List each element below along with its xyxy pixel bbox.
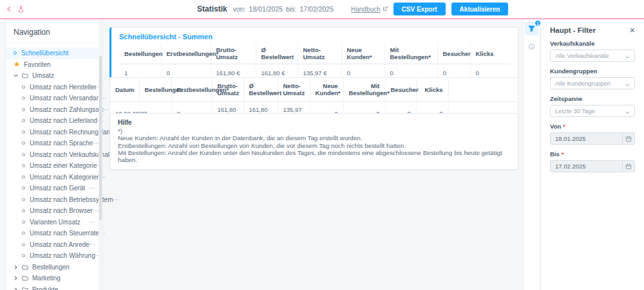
date-value: 17.02.2025 [551,163,586,170]
spacer-column [448,78,518,102]
filter-select-group: Kundengruppen Alle Kundengruppen [550,68,635,89]
summary-header-row: BestellungenErstbestellungen*Brutto-Umsa… [119,43,510,64]
sidebar-item-umsatz-report[interactable]: Umsatz nach Anrede ⋯ [6,239,102,251]
report-bullet-icon [22,119,25,122]
help-line: *) [118,127,510,134]
secondary-filter-icon[interactable] [529,44,535,50]
report-bullet-icon [22,131,25,134]
sidebar-item-umsatz-report[interactable]: Umsatz nach Hersteller ⋯ [6,82,102,93]
report-bullet-icon [22,153,25,156]
flask-icon[interactable] [18,6,24,13]
report-bullet-icon [22,243,25,246]
column-header: Klicks [416,78,448,102]
sidebar-item-umsatz-report[interactable]: Umsatz nach Zahlungsart ⋯ [6,104,102,116]
page-title: Statistik [197,5,227,14]
folder-open-icon [22,73,28,78]
select-value: Letzte 30 Tage [555,107,595,114]
aktualisieren-button[interactable]: Aktualisieren [451,3,509,15]
sidebar-item-umsatz-report[interactable]: Umsatz nach Sprache ⋯ [6,138,102,149]
report-bullet-icon [22,164,25,167]
filter-select[interactable]: Letzte 30 Tage [550,105,635,117]
filter-field-label: Von * [550,123,635,130]
navigation-sidebar: Navigation Schnellübersicht Favoriten Um… [5,20,103,290]
close-icon[interactable]: × [630,27,635,33]
column-header: Datum [110,78,139,102]
sidebar-item-umsatz-report[interactable]: Umsatz nach Betriebssystem ⋯ [6,194,102,206]
sidebar-item-umsatz-report[interactable]: Umsatz nach Lieferland ⋯ [6,115,102,127]
sidebar-item-umsatz-report[interactable]: Varianten Umsatz ⋯ [6,217,102,228]
filter-select[interactable]: Alle Verkaufskanäle [550,50,635,62]
column-header: Bestellungen [139,78,171,102]
filter-field-label: Zeitspanne [550,95,635,102]
calendar-icon[interactable] [622,161,634,172]
folder-icon [22,287,28,290]
filter-field-label: Kundengruppen [550,68,635,75]
column-header: Besucher [385,78,416,102]
date-input[interactable]: 18.01.2025 [550,132,635,145]
context-menu-icon[interactable]: ⋯ [113,196,120,203]
report-bullet-icon [22,96,25,100]
report-bullet-icon [22,231,25,235]
help-card: Hilfe *) Neue Kunden: Anzahl der Kunden … [109,113,518,170]
sidebar-folder-umsatz[interactable]: Umsatz [6,70,102,82]
handbuch-link[interactable]: Handbuch [351,6,388,13]
report-bullet-icon [22,141,25,145]
chevron-down-icon [625,105,630,117]
sidebar-item-umsatz-report[interactable]: Umsatz nach Rechnungsland ⋯ [6,127,102,138]
sidebar-item-umsatz-report[interactable]: Umsatz nach Kategorien ⋯ [6,172,102,183]
statistik-app: { "colors": { "accent": "#189eff", "topb… [0,0,644,290]
report-bullet-icon [14,51,17,55]
top-bar: Statistik von: 18/01/2025 bis: 17/02/202… [0,0,644,19]
sidebar-scrollbar [99,21,102,290]
filter-funnel-icon[interactable]: 1 [525,22,538,35]
sidebar-item-umsatz-report[interactable]: Umsatz nach Steuerrate ⋯ [6,228,102,239]
sidebar-item-schnelluebersicht[interactable]: Schnellübersicht [6,48,102,59]
column-header: Netto-Umsatz [278,78,310,102]
column-header: Mit Bestellungen* [343,78,385,102]
sidebar-item-favoriten[interactable]: Favoriten [6,59,102,71]
summary-card: Schnellübersicht - Summen BestellungenEr… [109,27,518,85]
sidebar-item-umsatz-report[interactable]: Umsatz nach Währung ⋯ [6,250,102,262]
filter-icon-strip: 1 [523,20,540,290]
required-asterisk: * [563,123,565,130]
sidebar-item-umsatz-report[interactable]: Umsatz einer Kategorie ⋯ [6,160,102,172]
filter-panel-title: Haupt - Filter [550,26,596,34]
sidebar-heading: Navigation [6,21,102,43]
chevron-down-icon [625,78,630,89]
report-bullet-icon [22,186,25,190]
context-menu-icon[interactable]: ⋯ [90,241,97,248]
filter-date-group: Von * 18.01.2025 [550,123,635,145]
report-bullet-icon [22,254,25,257]
report-bullet-icon [22,209,25,212]
filter-select-group: Verkaufskanäle Alle Verkaufskanäle [550,40,635,62]
filter-select[interactable]: Alle Kundengruppen [550,77,635,89]
sidebar-item-umsatz-report[interactable]: Umsatz nach Browser ⋯ [6,205,102,217]
sidebar-folder[interactable]: Produkte [6,284,102,290]
calendar-icon[interactable] [622,133,634,144]
folder-icon [22,264,28,270]
help-line: Mit Bestellungen: Anzahl der Kunden unte… [118,149,510,164]
column-header: Neue Kunden* [341,43,384,64]
report-bullet-icon [22,221,25,224]
chevron-right-icon [14,276,18,280]
csv-export-button[interactable]: CSV Export [393,3,446,15]
sidebar-folder[interactable]: Bestellungen [6,262,102,273]
context-menu-icon[interactable]: ⋯ [89,185,96,192]
chevron-down-icon [14,73,18,78]
scrollbar-thumb[interactable] [99,56,102,220]
back-chevron-icon[interactable] [6,6,12,12]
sidebar-item-umsatz-report[interactable]: Umsatz nach Verkaufskanal ⋯ [6,149,102,161]
sidebar-item-umsatz-report[interactable]: Umsatz nach Versandart ⋯ [6,93,102,104]
filter-field-label: Verkaufskanäle [550,40,635,47]
column-header: Besucher [437,43,470,64]
column-header: Bestellungen [119,43,161,64]
folder-icon [22,275,28,281]
column-header: Mit Bestellungen* [384,43,437,64]
sidebar-folder[interactable]: Marketing [6,273,102,284]
select-value: Alle Kundengruppen [555,80,611,87]
star-icon [14,61,20,68]
date-input[interactable]: 17.02.2025 [550,160,635,172]
context-menu-icon[interactable]: ⋯ [89,219,96,226]
sidebar-item-umsatz-report[interactable]: Umsatz nach Gerät ⋯ [6,183,102,194]
column-header: Erstbestellungen* [161,43,211,64]
